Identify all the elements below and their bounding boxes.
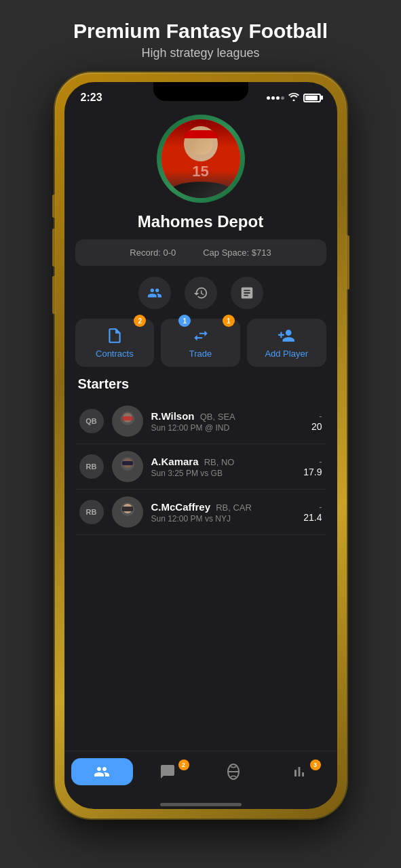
tab-bar: 2 3 — [64, 751, 337, 799]
player-avatar-mccaffrey — [112, 496, 143, 528]
phone-frame: 2:23 — [55, 73, 347, 818]
mute-button — [52, 195, 55, 218]
team-name: Mahomes Depot — [138, 212, 263, 231]
player-row[interactable]: RB C.McCaffrey RB, CAR Sun 12 — [75, 490, 326, 535]
wifi-icon — [288, 93, 299, 103]
action-icons-row — [138, 277, 263, 309]
svg-rect-7 — [122, 461, 133, 465]
trade-label: Trade — [189, 349, 212, 359]
player-name-mccaffrey: C.McCaffrey RB, CAR — [151, 501, 296, 513]
power-button — [347, 235, 349, 290]
add-player-button[interactable]: Add Player — [247, 319, 326, 367]
svg-rect-5 — [121, 471, 134, 479]
volume-up-button — [52, 229, 55, 267]
tab-scores[interactable] — [203, 758, 265, 785]
player-name-wilson: R.Wilson QB, SEA — [151, 410, 303, 422]
status-time: 2:23 — [81, 92, 102, 104]
volume-down-button — [52, 276, 55, 314]
signal-icon — [267, 96, 284, 100]
chat-badge: 2 — [178, 760, 189, 770]
player-game-wilson: Sun 12:00 PM @ IND — [151, 423, 303, 433]
contracts-label: Contracts — [96, 349, 134, 359]
svg-rect-9 — [121, 516, 134, 524]
player-info-wilson: R.Wilson QB, SEA Sun 12:00 PM @ IND — [151, 410, 303, 433]
player-row[interactable]: QB R.Wilson QB, SEA Sun 12:00 — [75, 399, 326, 444]
trade-badge-orange: 1 — [223, 315, 235, 327]
cap-space-stat: Cap Space: $713 — [203, 248, 271, 258]
player-score-kamara: - 17.9 — [303, 456, 322, 477]
tab-roster[interactable] — [71, 758, 133, 785]
position-rb1: RB — [79, 454, 104, 479]
header-subtitle: High strategy leagues — [14, 46, 387, 60]
notch — [153, 82, 248, 101]
status-icons — [267, 93, 321, 103]
position-rb2: RB — [79, 500, 104, 524]
trade-badge-blue: 1 — [178, 315, 191, 327]
player-avatar-kamara — [112, 451, 143, 482]
screen-content: 15 Mahomes Depot Record: 0-0 Cap Space: … — [64, 108, 337, 751]
position-qb: QB — [79, 409, 104, 433]
starters-section: Starters QB R.Wilson QB, — [75, 376, 326, 535]
player-game-mccaffrey: Sun 12:00 PM vs NYJ — [151, 514, 296, 524]
action-buttons-row: 2 Contracts 1 1 Trade — [75, 319, 326, 367]
stats-bar: Record: 0-0 Cap Space: $713 — [75, 239, 326, 266]
history-icon-btn[interactable] — [185, 277, 217, 309]
svg-rect-11 — [122, 507, 133, 511]
svg-rect-1 — [121, 425, 134, 433]
player-row[interactable]: RB A.Kamara RB, NO Sun 3:25 P — [75, 444, 326, 490]
player-name-kamara: A.Kamara RB, NO — [151, 456, 296, 467]
player-avatar-wilson — [112, 406, 143, 437]
header-title: Premium Fantasy Football — [14, 19, 387, 43]
battery-icon — [303, 94, 321, 102]
phone-screen: 2:23 — [64, 82, 337, 809]
record-stat: Record: 0-0 — [130, 248, 176, 258]
player-info-kamara: A.Kamara RB, NO Sun 3:25 PM vs GB — [151, 456, 296, 478]
contracts-badge: 2 — [134, 315, 146, 327]
stats-badge: 3 — [310, 760, 321, 770]
roster-icon-btn[interactable] — [138, 277, 171, 309]
tab-chat[interactable]: 2 — [137, 758, 199, 785]
starters-title: Starters — [75, 376, 326, 392]
team-avatar: 15 — [157, 115, 245, 203]
player-score-wilson: - 20 — [311, 411, 322, 432]
notes-icon-btn[interactable] — [231, 277, 263, 309]
header-section: Premium Fantasy Football High strategy l… — [0, 0, 401, 73]
add-player-label: Add Player — [265, 349, 308, 359]
trade-button[interactable]: 1 1 Trade — [161, 319, 240, 367]
svg-rect-3 — [122, 416, 133, 420]
player-game-kamara: Sun 3:25 PM vs GB — [151, 469, 296, 478]
tab-stats[interactable]: 3 — [269, 758, 330, 785]
contracts-button[interactable]: 2 Contracts — [75, 319, 155, 367]
home-indicator — [160, 803, 242, 806]
player-score-mccaffrey: - 21.4 — [303, 502, 322, 523]
player-info-mccaffrey: C.McCaffrey RB, CAR Sun 12:00 PM vs NYJ — [151, 501, 296, 524]
